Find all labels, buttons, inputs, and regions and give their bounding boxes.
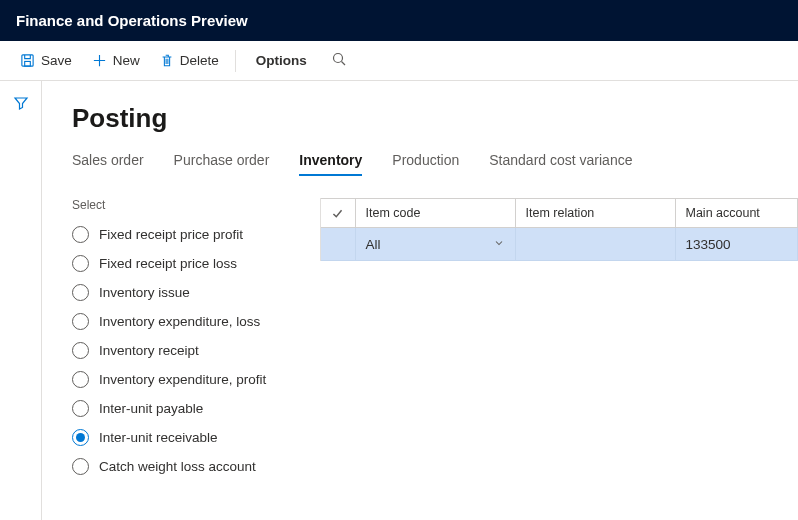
- radio-label: Inventory expenditure, profit: [99, 372, 266, 387]
- plus-icon: [92, 53, 107, 68]
- radio-icon: [72, 226, 89, 243]
- select-column: Select Fixed receipt price profitFixed r…: [72, 198, 320, 481]
- radio-icon: [72, 371, 89, 388]
- item-code-cell[interactable]: All: [355, 228, 515, 261]
- grid-header-row: Item code Item relation Main account: [321, 199, 798, 228]
- radio-label: Inventory issue: [99, 285, 190, 300]
- radio-inventory-issue[interactable]: Inventory issue: [72, 278, 312, 307]
- tab-purchase-order[interactable]: Purchase order: [174, 152, 270, 176]
- page-title: Posting: [72, 103, 798, 134]
- radio-label: Fixed receipt price profit: [99, 227, 243, 242]
- svg-rect-1: [25, 61, 31, 66]
- radio-label: Inventory receipt: [99, 343, 199, 358]
- check-icon: [331, 207, 345, 220]
- save-label: Save: [41, 53, 72, 68]
- table-row[interactable]: All133500: [321, 228, 798, 261]
- radio-label: Inventory expenditure, loss: [99, 314, 260, 329]
- radio-fixed-receipt-price-loss[interactable]: Fixed receipt price loss: [72, 249, 312, 278]
- item-code-value: All: [366, 237, 381, 252]
- titlebar: Finance and Operations Preview: [0, 0, 798, 41]
- funnel-icon: [13, 95, 29, 111]
- radio-fixed-receipt-price-profit[interactable]: Fixed receipt price profit: [72, 220, 312, 249]
- radio-label: Fixed receipt price loss: [99, 256, 237, 271]
- row-selector-cell[interactable]: [321, 228, 355, 261]
- col-item-relation[interactable]: Item relation: [515, 199, 675, 228]
- posting-grid: Item code Item relation Main account All…: [321, 198, 798, 261]
- radio-label: Catch weight loss account: [99, 459, 256, 474]
- save-icon: [20, 53, 35, 68]
- delete-label: Delete: [180, 53, 219, 68]
- radio-inventory-expenditure-profit[interactable]: Inventory expenditure, profit: [72, 365, 312, 394]
- radio-icon: [72, 284, 89, 301]
- radio-icon: [72, 342, 89, 359]
- select-all-header[interactable]: [321, 199, 355, 228]
- main-account-cell[interactable]: 133500: [675, 228, 798, 261]
- radio-icon: [72, 400, 89, 417]
- options-button[interactable]: Options: [246, 42, 317, 80]
- radio-label: Inter-unit receivable: [99, 430, 218, 445]
- tab-inventory[interactable]: Inventory: [299, 152, 362, 176]
- main-content: Posting Sales orderPurchase orderInvento…: [42, 81, 798, 520]
- options-label: Options: [256, 53, 307, 68]
- radio-inventory-receipt[interactable]: Inventory receipt: [72, 336, 312, 365]
- save-button[interactable]: Save: [10, 42, 82, 80]
- radio-inter-unit-receivable[interactable]: Inter-unit receivable: [72, 423, 312, 452]
- toolbar: Save New Delete Options: [0, 41, 798, 81]
- item-relation-cell[interactable]: [515, 228, 675, 261]
- trash-icon: [160, 53, 174, 68]
- tab-standard-cost-variance[interactable]: Standard cost variance: [489, 152, 632, 176]
- radio-inter-unit-payable[interactable]: Inter-unit payable: [72, 394, 312, 423]
- toolbar-separator: [235, 50, 236, 72]
- filter-button[interactable]: [13, 95, 29, 520]
- col-main-account[interactable]: Main account: [675, 199, 798, 228]
- radio-label: Inter-unit payable: [99, 401, 203, 416]
- new-button[interactable]: New: [82, 42, 150, 80]
- radio-icon: [72, 255, 89, 272]
- new-label: New: [113, 53, 140, 68]
- search-button[interactable]: [331, 51, 347, 70]
- radio-icon: [72, 429, 89, 446]
- tab-strip: Sales orderPurchase orderInventoryProduc…: [72, 152, 798, 176]
- chevron-down-icon: [493, 237, 505, 252]
- delete-button[interactable]: Delete: [150, 42, 229, 80]
- radio-catch-weight-loss-account[interactable]: Catch weight loss account: [72, 452, 312, 481]
- svg-point-2: [333, 54, 342, 63]
- select-group-label: Select: [72, 198, 312, 212]
- radio-icon: [72, 313, 89, 330]
- radio-inventory-expenditure-loss[interactable]: Inventory expenditure, loss: [72, 307, 312, 336]
- radio-icon: [72, 458, 89, 475]
- app-title: Finance and Operations Preview: [16, 12, 248, 29]
- tab-sales-order[interactable]: Sales order: [72, 152, 144, 176]
- filter-pane-toggle-column: [0, 81, 42, 520]
- col-item-code[interactable]: Item code: [355, 199, 515, 228]
- grid-column: Item code Item relation Main account All…: [320, 198, 798, 261]
- tab-production[interactable]: Production: [392, 152, 459, 176]
- select-radio-group: Fixed receipt price profitFixed receipt …: [72, 220, 312, 481]
- svg-rect-0: [22, 55, 33, 66]
- search-icon: [331, 51, 347, 70]
